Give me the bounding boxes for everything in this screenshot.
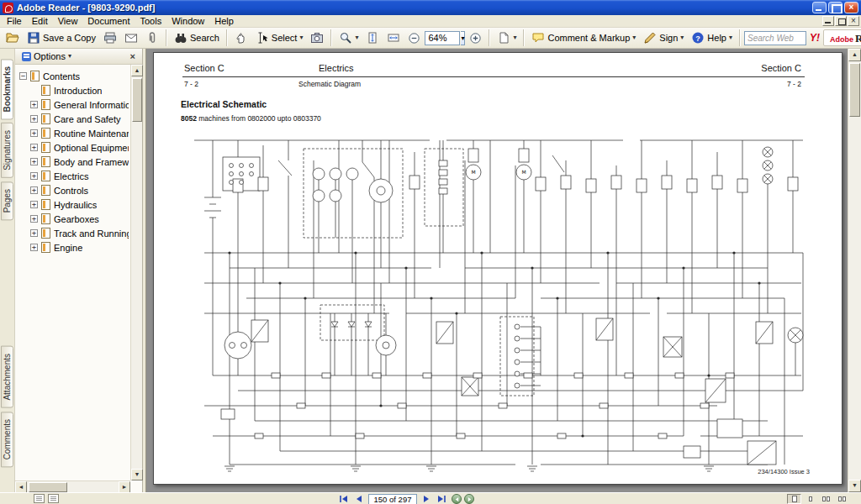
yahoo-icon[interactable]: Y!: [807, 32, 822, 44]
menu-window[interactable]: Window: [166, 16, 209, 26]
chevron-down-icon[interactable]: ▾: [299, 34, 303, 41]
expand-icon[interactable]: +: [30, 201, 38, 208]
document-vertical-scrollbar[interactable]: ▲ ▼: [848, 49, 861, 492]
previous-view-button[interactable]: [452, 494, 462, 504]
expand-icon[interactable]: +: [30, 244, 38, 251]
expand-icon[interactable]: +: [30, 186, 38, 194]
tab-comments[interactable]: Comments: [1, 412, 13, 467]
menu-document[interactable]: Document: [82, 16, 135, 26]
previous-page-button[interactable]: [352, 494, 366, 504]
doc-close-button[interactable]: [848, 16, 859, 26]
next-view-button[interactable]: [464, 494, 474, 504]
bookmark-gearboxes[interactable]: + Gearboxes: [19, 212, 129, 226]
bookmark-engine[interactable]: + Engine: [19, 240, 129, 255]
select-tool-button[interactable]: Select ▾: [252, 29, 307, 47]
chevron-down-icon[interactable]: ▾: [729, 34, 732, 41]
menu-view[interactable]: View: [53, 16, 83, 26]
panel-close-button[interactable]: ×: [127, 51, 139, 61]
collapse-icon[interactable]: −: [19, 72, 27, 80]
tab-attachments[interactable]: Attachments: [1, 346, 13, 408]
scrollbar-thumb[interactable]: [132, 78, 142, 122]
first-page-button[interactable]: [336, 494, 350, 504]
scrollbar-thumb[interactable]: [849, 63, 860, 117]
close-button[interactable]: ×: [844, 2, 858, 13]
chevron-down-icon[interactable]: ▾: [355, 34, 358, 41]
bookmark-body-and-framework[interactable]: + Body and Framework: [19, 155, 129, 169]
attachments-button[interactable]: [142, 29, 162, 47]
fit-page-button[interactable]: [362, 29, 383, 47]
snapshot-button[interactable]: [307, 29, 327, 47]
expand-icon[interactable]: +: [30, 101, 38, 108]
tab-pages[interactable]: Pages: [1, 181, 13, 220]
doc-minimize-button[interactable]: [822, 16, 834, 26]
sign-button[interactable]: Sign ▾: [640, 29, 687, 47]
zoom-dropdown-button[interactable]: ▾: [461, 31, 465, 45]
expand-icon[interactable]: +: [30, 144, 38, 151]
maximize-button[interactable]: [828, 2, 843, 13]
bookmark-controls[interactable]: + Controls: [19, 183, 129, 197]
bookmark-hydraulics[interactable]: + Hydraulics: [19, 197, 129, 212]
scroll-left-button[interactable]: ◄: [15, 481, 27, 493]
search-button[interactable]: Search: [171, 29, 223, 47]
hand-tool-button[interactable]: [231, 29, 251, 47]
save-a-copy-button[interactable]: Save a Copy: [24, 29, 99, 47]
email-button[interactable]: [121, 29, 141, 47]
scroll-up-button[interactable]: ▲: [131, 65, 143, 76]
expand-icon[interactable]: +: [30, 115, 38, 123]
chevron-down-icon[interactable]: ▾: [680, 34, 684, 41]
open-button[interactable]: [3, 29, 23, 47]
bookmark-care-and-safety[interactable]: + Care and Safety: [19, 112, 129, 126]
scroll-up-button[interactable]: ▲: [848, 49, 861, 61]
expand-icon[interactable]: +: [30, 215, 38, 223]
bookmark-optional-equipment[interactable]: + Optional Equipment: [19, 140, 129, 155]
bookmark-introduction[interactable]: Introduction: [19, 83, 129, 97]
document-status-icon[interactable]: [34, 494, 45, 503]
expand-icon[interactable]: +: [30, 158, 38, 165]
bookmark-contents[interactable]: − Contents: [19, 69, 129, 83]
help-button[interactable]: ? Help ▾: [688, 29, 736, 47]
zoom-in-button[interactable]: [466, 29, 485, 47]
zoom-tool-button[interactable]: ▾: [335, 29, 362, 47]
fit-width-button[interactable]: [383, 29, 404, 47]
page-indicator-input[interactable]: [368, 494, 417, 504]
continuous-layout-button[interactable]: [803, 494, 817, 504]
tab-signatures[interactable]: Signatures: [1, 123, 13, 178]
document-area[interactable]: Section C Electrics Section C 7 - 2 Sche…: [146, 49, 848, 492]
menu-edit[interactable]: Edit: [27, 16, 53, 26]
menu-help[interactable]: Help: [209, 16, 239, 26]
panel-horizontal-scrollbar[interactable]: ◄ ►: [15, 480, 130, 492]
search-web-input[interactable]: [744, 31, 806, 45]
bookmark-routine-maintenance[interactable]: + Routine Maintenance: [19, 126, 129, 140]
scrollbar-thumb[interactable]: [29, 482, 67, 492]
print-button[interactable]: [100, 29, 120, 47]
expand-icon[interactable]: +: [30, 172, 38, 180]
chevron-down-icon[interactable]: ▾: [632, 34, 636, 41]
expand-icon[interactable]: +: [30, 229, 38, 237]
panel-vertical-scrollbar[interactable]: ▲ ▼: [130, 65, 142, 480]
adobe-reader-brand[interactable]: Adobe Reader 7.0: [823, 29, 861, 46]
last-page-button[interactable]: [436, 494, 449, 504]
bookmark-general-information[interactable]: + General Information: [19, 97, 129, 112]
scroll-down-button[interactable]: ▼: [131, 469, 143, 480]
single-page-layout-button[interactable]: [787, 494, 801, 504]
minimize-button[interactable]: [812, 2, 827, 13]
doc-restore-button[interactable]: [835, 16, 847, 26]
page-size-icon[interactable]: [48, 494, 59, 503]
page-display-button[interactable]: ▾: [494, 29, 520, 47]
next-page-button[interactable]: [420, 494, 433, 504]
chevron-down-icon[interactable]: ▾: [513, 34, 516, 41]
facing-layout-button[interactable]: [835, 494, 849, 504]
comment-markup-button[interactable]: Comment & Markup ▾: [528, 29, 639, 47]
menu-file[interactable]: File: [2, 16, 27, 26]
zoom-out-button[interactable]: [404, 29, 424, 47]
continuous-facing-layout-button[interactable]: [819, 494, 833, 504]
bookmark-track-and-running-gear[interactable]: + Track and Running G: [19, 226, 129, 240]
bookmark-electrics[interactable]: + Electrics: [19, 169, 129, 183]
zoom-level-input[interactable]: [425, 31, 460, 45]
options-button[interactable]: Options ▾: [18, 50, 75, 63]
expand-icon[interactable]: +: [30, 129, 38, 137]
title-bar[interactable]: Adobe Reader - [9803-9290.pdf] ×: [0, 0, 861, 15]
scroll-right-button[interactable]: ►: [119, 481, 130, 493]
scroll-down-button[interactable]: ▼: [848, 480, 861, 492]
tab-bookmarks[interactable]: Bookmarks: [1, 59, 13, 119]
